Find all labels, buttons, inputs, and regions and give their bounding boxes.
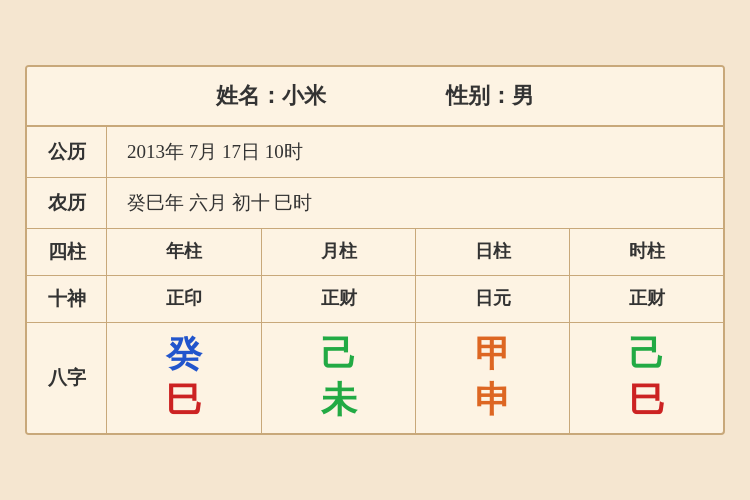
bazi-year-bottom: 巳	[166, 381, 202, 421]
name-label: 姓名：小米	[216, 81, 326, 111]
pillars-row: 四柱 年柱 月柱 日柱 时柱	[27, 229, 723, 276]
god-hour: 正财	[569, 276, 723, 322]
god-month: 正财	[261, 276, 415, 322]
bazi-day-top: 甲	[475, 335, 511, 375]
pillars-cells: 年柱 月柱 日柱 时柱	[107, 229, 723, 275]
pillar-year: 年柱	[107, 229, 261, 275]
lunar-row: 农历 癸巳年 六月 初十 巳时	[27, 178, 723, 229]
god-day: 日元	[415, 276, 569, 322]
bazi-month-top: 己	[321, 335, 357, 375]
solar-label: 公历	[27, 127, 107, 177]
gender-label: 性别：男	[446, 81, 534, 111]
bazi-card: 姓名：小米 性别：男 公历 2013年 7月 17日 10时 农历 癸巳年 六月…	[25, 65, 725, 434]
solar-value: 2013年 7月 17日 10时	[107, 127, 723, 177]
gods-label: 十神	[27, 276, 107, 322]
gods-row: 十神 正印 正财 日元 正财	[27, 276, 723, 323]
solar-row: 公历 2013年 7月 17日 10时	[27, 127, 723, 178]
bazi-hour: 己 巳	[569, 323, 723, 432]
bazi-year: 癸 巳	[107, 323, 261, 432]
bazi-month: 己 未	[261, 323, 415, 432]
bazi-hour-bottom: 巳	[629, 381, 665, 421]
pillar-hour: 时柱	[569, 229, 723, 275]
god-year: 正印	[107, 276, 261, 322]
pillars-label: 四柱	[27, 229, 107, 275]
bazi-day: 甲 申	[415, 323, 569, 432]
bazi-month-bottom: 未	[321, 381, 357, 421]
bazi-label: 八字	[27, 323, 107, 432]
bazi-year-top: 癸	[166, 335, 202, 375]
bazi-row: 八字 癸 巳 己 未 甲 申 己 巳	[27, 323, 723, 432]
pillar-month: 月柱	[261, 229, 415, 275]
bazi-hour-top: 己	[629, 335, 665, 375]
header-row: 姓名：小米 性别：男	[27, 67, 723, 127]
pillar-day: 日柱	[415, 229, 569, 275]
lunar-label: 农历	[27, 178, 107, 228]
bazi-cells: 癸 巳 己 未 甲 申 己 巳	[107, 323, 723, 432]
gods-cells: 正印 正财 日元 正财	[107, 276, 723, 322]
lunar-value: 癸巳年 六月 初十 巳时	[107, 178, 723, 228]
bazi-day-bottom: 申	[475, 381, 511, 421]
